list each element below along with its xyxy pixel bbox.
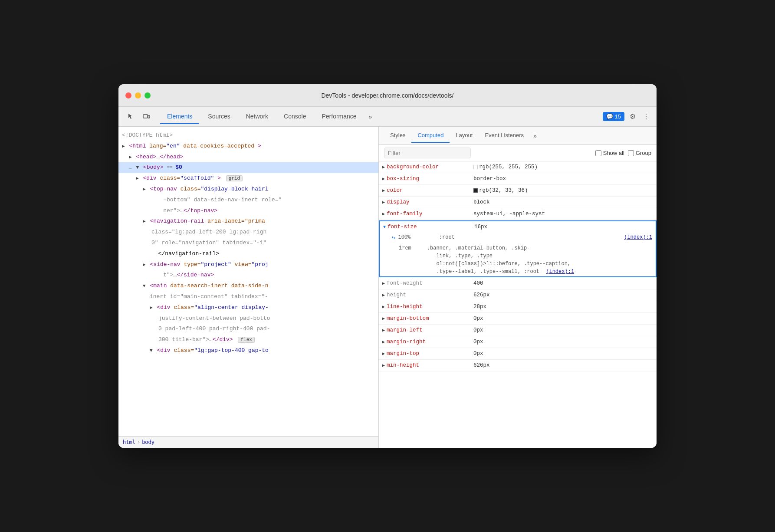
group-label: Group [636, 150, 651, 156]
dom-div-align-cont2[interactable]: 0 pad-left-400 pad-right-400 pad- [118, 324, 378, 335]
prop-row-box-sizing[interactable]: ▶ box-sizing border-box [379, 173, 657, 185]
expand-tri: ▶ [382, 176, 385, 183]
tab-sources[interactable]: Sources [201, 109, 237, 124]
prop-row-font-weight[interactable]: ▶ font-weight 400 [379, 278, 657, 289]
expand-tri: ▶ [382, 327, 385, 334]
inspect-icon[interactable] [124, 110, 138, 124]
prop-row-margin-left[interactable]: ▶ margin-left 0px [379, 325, 657, 336]
prop-name: color [387, 186, 473, 195]
prop-row-height[interactable]: ▶ height 626px [379, 289, 657, 301]
dom-topnav-end[interactable]: ner">…</top-nav> [118, 206, 378, 217]
maximize-button[interactable] [144, 92, 151, 99]
dom-tree[interactable]: <!DOCTYPE html> ▶ <html lang="en" data-c… [118, 127, 378, 436]
prop-row-color[interactable]: ▶ color rgb(32, 33, 36) [379, 185, 657, 197]
minimize-button[interactable] [135, 92, 141, 99]
dom-div-gap-line[interactable]: ▼ <div class="lg:gap-top-400 gap-to [118, 345, 378, 356]
prop-row-display[interactable]: ▶ display block [379, 197, 657, 208]
prop-row-font-family[interactable]: ▶ font-family system-ui, -apple-syst [379, 208, 657, 220]
sub-tab-computed[interactable]: Computed [411, 128, 450, 143]
tab-icons [124, 110, 153, 124]
grid-badge: grid [226, 175, 243, 181]
dom-sidenav-line[interactable]: ▶ <side-nav type="project" view="proj [118, 259, 378, 270]
dom-navrail-cont2[interactable]: 0" role="navigation" tabindex="-1" [118, 238, 378, 249]
filter-input[interactable] [384, 148, 471, 158]
dom-head-line[interactable]: ▶ <head>…</head> [118, 152, 378, 163]
tab-elements[interactable]: Elements [160, 109, 199, 124]
close-button[interactable] [125, 92, 131, 99]
prop-row-line-height[interactable]: ▶ line-height 28px [379, 301, 657, 313]
expand-tri: ▶ [382, 280, 385, 287]
dom-div-align-line[interactable]: ▶ <div class="align-center display- [118, 302, 378, 313]
expand-icon: ▼ [136, 165, 139, 170]
prop-name: height [387, 291, 473, 299]
dom-main-cont[interactable]: inert id="main-content" tabindex="- [118, 292, 378, 302]
tab-bar: Elements Sources Network Console Perform… [118, 107, 657, 127]
sub-circle-icon: ↪ [392, 233, 395, 243]
badge-icon: 💬 [606, 113, 613, 120]
prop-value: rgb(32, 33, 36) [473, 186, 653, 195]
flex-badge: flex [238, 337, 254, 343]
tab-performance[interactable]: Performance [315, 109, 363, 124]
sub-file-link-2[interactable]: (index):1 [546, 269, 574, 275]
settings-icon[interactable]: ⚙ [628, 111, 637, 122]
sub-file-link[interactable]: (index):1 [624, 233, 652, 241]
show-all-checkbox-label[interactable]: Show all [595, 150, 624, 156]
issues-badge[interactable]: 💬 15 [603, 112, 624, 121]
expand-tri: ▶ [382, 211, 385, 218]
sub-tab-more[interactable]: » [530, 131, 540, 141]
tab-console[interactable]: Console [277, 109, 313, 124]
expand-tri: ▶ [382, 199, 385, 206]
filter-bar: Show all Group [379, 145, 657, 161]
dom-html-line[interactable]: ▶ <html lang="en" data-cookies-accepted … [118, 141, 378, 152]
dom-doctype-line[interactable]: <!DOCTYPE html> [118, 130, 378, 141]
more-options-icon[interactable]: ⋮ [641, 111, 651, 122]
dom-sidenav-end[interactable]: t">…</side-nav> [118, 270, 378, 281]
prop-value: border-box [473, 174, 653, 183]
prop-row-background-color[interactable]: ▶ background-color rgb(255, 255, 255) [379, 161, 657, 173]
prop-name: line-height [387, 302, 473, 311]
sub-tab-styles[interactable]: Styles [384, 128, 411, 143]
sub-tab-layout[interactable]: Layout [450, 128, 479, 143]
dom-main-line[interactable]: ▼ <main data-search-inert data-side-n [118, 281, 378, 292]
dom-div-align-cont[interactable]: justify-content-between pad-botto [118, 313, 378, 324]
prop-value: system-ui, -apple-syst [473, 210, 653, 218]
window-title: DevTools - developer.chrome.com/docs/dev… [321, 92, 453, 99]
dom-div-align-end[interactable]: 300 title-bar">…</div> flex [118, 335, 378, 345]
prop-value: 28px [473, 302, 653, 311]
prop-row-margin-bottom[interactable]: ▶ margin-bottom 0px [379, 313, 657, 325]
dom-navrail-cont[interactable]: class="lg:pad-left-200 lg:pad-righ [118, 227, 378, 238]
font-size-sub-row-1[interactable]: ↪ 100% :root (index):1 [380, 233, 656, 243]
svg-rect-0 [143, 115, 148, 118]
dom-topnav-line[interactable]: ▶ <top-nav class="display-block hairl [118, 184, 378, 195]
prop-row-min-height[interactable]: ▶ min-height 626px [379, 360, 657, 371]
breadcrumb-html[interactable]: html [123, 439, 135, 445]
prop-value: 0px [473, 326, 653, 335]
expand-icon: ▶ [122, 144, 125, 149]
prop-name: margin-right [387, 338, 473, 346]
sub-tab-event-listeners[interactable]: Event Listeners [479, 128, 530, 143]
device-toolbar-icon[interactable] [139, 110, 153, 124]
prop-value: 0px [473, 314, 653, 323]
dom-div-scaffold-line[interactable]: ▶ <div class="scaffold" > grid [118, 173, 378, 184]
dom-body-line[interactable]: … ▼ <body> == $0 [118, 162, 378, 173]
dom-topnav-cont[interactable]: -bottom" data-side-nav-inert role=" [118, 195, 378, 206]
prop-row-font-size-expanded[interactable]: ▼ font-size 16px ↪ 100% :root (index):1 … [379, 220, 657, 277]
prop-value: 626px [473, 361, 653, 370]
prop-name: background-color [387, 163, 473, 171]
group-checkbox[interactable] [628, 150, 634, 156]
prop-value: rgb(255, 255, 255) [473, 163, 653, 171]
group-checkbox-label[interactable]: Group [628, 150, 651, 156]
dom-navrail-end[interactable]: </navigation-rail> [118, 249, 378, 259]
dom-navrail-line[interactable]: ▶ <navigation-rail aria-label="prima [118, 216, 378, 227]
computed-properties-list[interactable]: ▶ background-color rgb(255, 255, 255) ▶ … [379, 161, 657, 448]
tab-more[interactable]: » [365, 112, 376, 122]
breadcrumb-body[interactable]: body [142, 439, 154, 445]
font-size-header[interactable]: ▼ font-size 16px [380, 221, 656, 233]
show-all-checkbox[interactable] [595, 150, 601, 156]
prop-row-margin-top[interactable]: ▶ margin-top 0px [379, 348, 657, 360]
html-tag: <html [129, 143, 146, 149]
prop-row-margin-right[interactable]: ▶ margin-right 0px [379, 336, 657, 348]
badge-count: 15 [615, 113, 621, 120]
expand-icon: ▼ [143, 283, 146, 289]
tab-network[interactable]: Network [239, 109, 275, 124]
